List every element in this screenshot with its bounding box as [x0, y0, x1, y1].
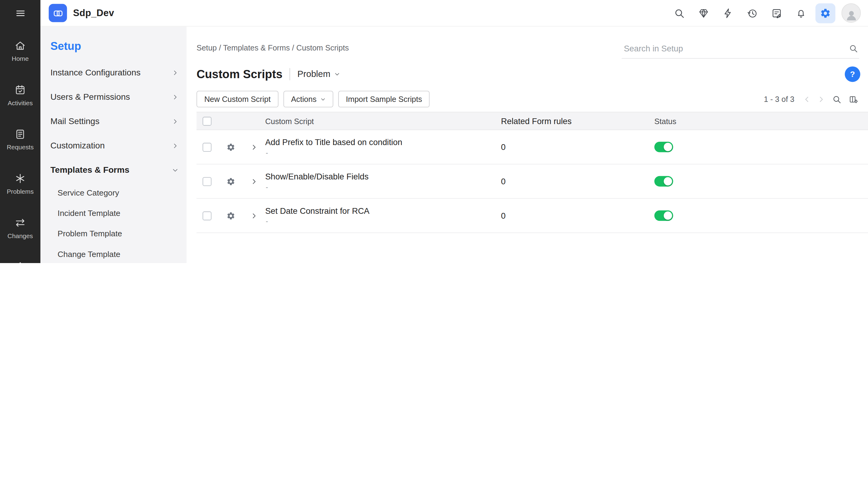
feedback-icon	[771, 8, 782, 19]
setup-search-input[interactable]	[624, 44, 848, 53]
nav-item-requests[interactable]: Requests	[0, 122, 40, 166]
hamburger-menu-button[interactable]	[0, 0, 40, 27]
settings-gear-icon	[820, 8, 831, 19]
related-form-rules-count: 0	[501, 177, 654, 186]
sidebar-item-change-template[interactable]: Change Template	[40, 244, 187, 263]
whats-new-button[interactable]	[694, 3, 714, 23]
chevron-down-icon	[172, 167, 178, 173]
related-form-rules-count: 0	[501, 211, 654, 220]
sidebar-item-mail-settings[interactable]: Mail Settings	[40, 109, 187, 133]
chevron-right-icon	[172, 94, 178, 100]
row-settings-gear-icon[interactable]	[226, 177, 235, 186]
sidebar-item-users-permissions[interactable]: Users & Permissions	[40, 85, 187, 109]
sidebar-item-customization[interactable]: Customization	[40, 133, 187, 158]
sidebar-item-problem-template[interactable]: Problem Template	[40, 223, 187, 244]
custom-scripts-table: Custom Script Related Form rules Status …	[196, 112, 868, 233]
notifications-button[interactable]	[791, 3, 811, 23]
column-chooser-button[interactable]	[848, 93, 859, 105]
setup-search-button[interactable]	[848, 44, 858, 53]
table-header-row: Custom Script Related Form rules Status	[196, 112, 868, 130]
module-nav-items: Home Activities Requests Problems Change…	[0, 33, 40, 263]
column-chooser-icon	[848, 94, 858, 104]
setup-search	[622, 44, 859, 59]
nav-item-label: Problems	[7, 188, 33, 195]
import-sample-scripts-button[interactable]: Import Sample Scripts	[338, 91, 430, 108]
expand-row-chevron-icon[interactable]	[251, 143, 257, 150]
app-logo[interactable]	[49, 4, 67, 22]
chevron-right-icon	[817, 95, 825, 103]
nav-item-projects[interactable]: Projects	[0, 255, 40, 263]
global-search-button[interactable]	[670, 3, 689, 23]
home-icon	[14, 40, 26, 52]
search-icon	[674, 8, 685, 19]
feedback-button[interactable]	[767, 3, 787, 23]
select-all-checkbox[interactable]	[203, 117, 211, 125]
status-toggle[interactable]	[654, 142, 673, 152]
top-bar: Sdp_Dev	[40, 0, 868, 27]
row-checkbox[interactable]	[203, 142, 211, 152]
row-settings-gear-icon[interactable]	[226, 142, 235, 152]
breadcrumb-row: Setup / Templates & Forms / Custom Scrip…	[186, 27, 868, 59]
new-custom-script-button[interactable]: New Custom Script	[196, 91, 278, 108]
recent-items-button[interactable]	[742, 3, 763, 23]
nav-item-activities[interactable]: Activities	[0, 77, 40, 122]
previous-page-button[interactable]	[802, 94, 811, 104]
next-page-button[interactable]	[816, 94, 826, 104]
script-name[interactable]: Add Prefix to Title based on condition	[265, 137, 501, 147]
row-checkbox[interactable]	[203, 177, 211, 186]
status-toggle[interactable]	[654, 176, 673, 187]
nav-item-label: Requests	[7, 144, 33, 151]
title-row: Custom Scripts Problem ?	[186, 59, 868, 82]
top-bar-actions	[670, 3, 861, 23]
sidebar-item-label: Users & Permissions	[51, 92, 130, 102]
module-dropdown-value: Problem	[298, 69, 330, 79]
notifications-bell-icon	[796, 8, 807, 19]
main-content: Setup / Templates & Forms / Custom Scrip…	[186, 27, 868, 263]
settings-button[interactable]	[815, 3, 835, 23]
sidebar-item-service-category[interactable]: Service Category	[40, 182, 187, 202]
nav-item-problems[interactable]: Problems	[0, 166, 40, 211]
sidebar-item-templates-forms[interactable]: Templates & Forms	[40, 158, 187, 182]
sidebar-item-incident-template[interactable]: Incident Template	[40, 202, 187, 223]
column-header-custom-script: Custom Script	[265, 117, 501, 125]
script-name[interactable]: Show/Enable/Disable Fields	[265, 171, 501, 181]
nav-item-label: Home	[12, 55, 29, 62]
row-checkbox[interactable]	[203, 211, 211, 220]
sidebar-item-label: Instance Configurations	[51, 67, 141, 77]
breadcrumb[interactable]: Setup / Templates & Forms / Custom Scrip…	[196, 43, 349, 59]
sidebar-item-label: Customization	[51, 140, 105, 151]
quick-actions-button[interactable]	[718, 3, 738, 23]
module-nav: Home Activities Requests Problems Change…	[0, 0, 40, 263]
chevron-right-icon	[172, 118, 178, 124]
expand-row-chevron-icon[interactable]	[251, 178, 257, 185]
title-divider	[289, 68, 290, 80]
chevron-left-icon	[803, 95, 810, 103]
help-button[interactable]: ?	[845, 66, 860, 82]
nav-item-home[interactable]: Home	[0, 33, 40, 77]
app-brand: Sdp_Dev	[49, 4, 114, 22]
chevron-right-icon	[172, 69, 178, 75]
app-title: Sdp_Dev	[73, 8, 114, 19]
sidebar-item-label: Mail Settings	[51, 116, 100, 126]
script-name[interactable]: Set Date Constraint for RCA	[265, 206, 501, 215]
problems-icon	[14, 173, 26, 184]
script-description: -	[266, 149, 501, 157]
user-avatar[interactable]	[841, 3, 861, 23]
actions-button-label: Actions	[291, 95, 317, 103]
module-dropdown[interactable]: Problem	[298, 69, 340, 79]
status-toggle[interactable]	[654, 211, 673, 221]
actions-button[interactable]: Actions	[283, 91, 333, 108]
table-row: Add Prefix to Title based on condition -…	[196, 130, 868, 164]
app-logo-icon	[52, 8, 63, 19]
recent-items-icon	[747, 8, 757, 19]
list-search-button[interactable]	[831, 93, 842, 105]
sidebar-item-instance-configurations[interactable]: Instance Configurations	[40, 60, 187, 85]
activities-icon	[14, 84, 26, 96]
expand-row-chevron-icon[interactable]	[251, 212, 257, 219]
row-settings-gear-icon[interactable]	[226, 211, 235, 220]
sidebar-title: Setup	[51, 40, 187, 53]
script-description: -	[266, 183, 501, 191]
chevron-right-icon	[172, 142, 178, 149]
toolbar: New Custom Script Actions Import Sample …	[186, 82, 868, 107]
nav-item-changes[interactable]: Changes	[0, 211, 40, 255]
